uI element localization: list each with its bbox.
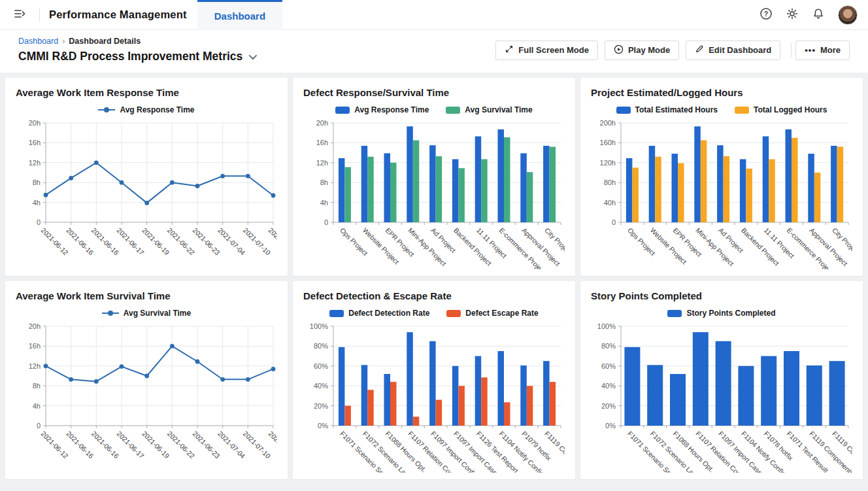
bar[interactable]	[647, 365, 663, 426]
bar[interactable]	[724, 156, 730, 222]
data-point[interactable]	[271, 367, 276, 371]
title-caret-icon[interactable]	[249, 52, 258, 60]
legend-item[interactable]: Avg Survival Time	[446, 105, 532, 114]
bar[interactable]	[738, 366, 754, 426]
bar[interactable]	[550, 382, 556, 426]
bar[interactable]	[429, 145, 436, 222]
data-point[interactable]	[271, 194, 276, 198]
bar[interactable]	[831, 146, 837, 222]
bar[interactable]	[498, 129, 505, 222]
bar[interactable]	[344, 167, 351, 222]
bar[interactable]	[344, 406, 351, 426]
bar[interactable]	[436, 156, 442, 222]
bar[interactable]	[339, 158, 345, 222]
bar[interactable]	[807, 365, 822, 426]
bar[interactable]	[520, 365, 527, 426]
bar[interactable]	[384, 153, 391, 222]
bar[interactable]	[543, 361, 550, 426]
chart-canvas[interactable]: 04h8h12h16h20h2021-06-122021-06-162021-0…	[16, 116, 277, 269]
legend-item[interactable]: Total Logged Hours	[735, 105, 827, 114]
data-point[interactable]	[120, 364, 124, 369]
bar[interactable]	[814, 173, 821, 222]
bar[interactable]	[740, 160, 746, 223]
data-point[interactable]	[170, 344, 175, 348]
bar[interactable]	[407, 126, 413, 222]
data-point[interactable]	[220, 174, 225, 178]
bar[interactable]	[475, 137, 482, 223]
bar[interactable]	[458, 168, 465, 222]
data-point[interactable]	[170, 180, 175, 185]
bar[interactable]	[390, 163, 397, 222]
bar[interactable]	[678, 163, 684, 222]
data-point[interactable]	[120, 180, 124, 185]
legend-item[interactable]: Avg Response Time	[335, 105, 429, 114]
bar[interactable]	[670, 374, 686, 426]
bar[interactable]	[361, 365, 368, 426]
bar[interactable]	[701, 141, 707, 222]
bar[interactable]	[694, 126, 701, 222]
bar[interactable]	[829, 361, 845, 426]
notifications-button[interactable]	[808, 5, 829, 25]
data-point[interactable]	[195, 360, 200, 364]
bar[interactable]	[746, 169, 752, 222]
bar[interactable]	[717, 145, 724, 222]
bar[interactable]	[543, 146, 550, 222]
legend-item[interactable]: Defect Detection Rate	[329, 309, 429, 318]
tab-dashboard[interactable]: Dashboard	[197, 0, 282, 30]
bar[interactable]	[626, 158, 633, 222]
bar[interactable]	[672, 154, 678, 222]
bar[interactable]	[407, 332, 413, 426]
data-point[interactable]	[44, 193, 48, 197]
settings-button[interactable]	[782, 5, 803, 25]
bar[interactable]	[413, 141, 420, 222]
bar[interactable]	[784, 351, 799, 426]
bar[interactable]	[761, 356, 776, 426]
bar[interactable]	[763, 137, 769, 223]
chart-canvas[interactable]: 04h8h12h16h20h2021-06-122021-06-162021-0…	[16, 320, 277, 473]
bar[interactable]	[390, 382, 397, 426]
chart-canvas[interactable]: 0%20%40%60%80%100%F1071 Scenario Spec.F1…	[303, 320, 565, 473]
bar[interactable]	[649, 146, 656, 222]
data-point[interactable]	[220, 377, 225, 382]
bar[interactable]	[367, 390, 374, 426]
data-point[interactable]	[195, 184, 200, 188]
bar[interactable]	[792, 138, 798, 222]
data-point[interactable]	[144, 374, 149, 379]
bar[interactable]	[367, 157, 374, 222]
bar[interactable]	[520, 153, 527, 222]
bar[interactable]	[550, 147, 556, 223]
data-point[interactable]	[69, 176, 73, 180]
bar[interactable]	[452, 160, 459, 223]
edit-dashboard-button[interactable]: Edit Dashboard	[686, 41, 780, 60]
data-point[interactable]	[94, 379, 99, 384]
data-point[interactable]	[246, 174, 250, 178]
bar[interactable]	[527, 172, 533, 222]
legend-item[interactable]: Story Points Completed	[667, 309, 775, 318]
bar[interactable]	[413, 416, 420, 426]
bar[interactable]	[716, 341, 731, 426]
data-point[interactable]	[144, 201, 149, 205]
bar[interactable]	[475, 356, 482, 426]
bar[interactable]	[481, 160, 488, 223]
avatar[interactable]	[838, 5, 858, 25]
bar[interactable]	[481, 377, 488, 426]
data-point[interactable]	[69, 377, 73, 382]
help-button[interactable]: ?	[756, 5, 776, 25]
bar[interactable]	[769, 160, 775, 223]
chart-canvas[interactable]: 040h80h120h160h200hOps ProjectWebsite Pr…	[591, 116, 852, 269]
full-screen-mode-button[interactable]: Full Screen Mode	[495, 41, 598, 60]
bar[interactable]	[632, 167, 639, 222]
data-point[interactable]	[44, 364, 48, 368]
data-point[interactable]	[94, 160, 99, 165]
chart-canvas[interactable]: 04h8h12h16h20hOps ProjectWebsite Project…	[303, 116, 565, 269]
bar[interactable]	[624, 347, 640, 426]
breadcrumb-dashboard-link[interactable]: Dashboard	[18, 37, 58, 46]
bar[interactable]	[837, 147, 844, 223]
bar[interactable]	[504, 402, 510, 426]
data-point[interactable]	[246, 377, 250, 382]
more-button[interactable]: ••• More	[795, 41, 850, 60]
chart-canvas[interactable]: 0%20%40%60%80%100%F1071 Scenario Spec.F1…	[591, 320, 852, 473]
bar[interactable]	[655, 157, 661, 222]
bar[interactable]	[429, 341, 436, 426]
bar[interactable]	[339, 347, 345, 426]
